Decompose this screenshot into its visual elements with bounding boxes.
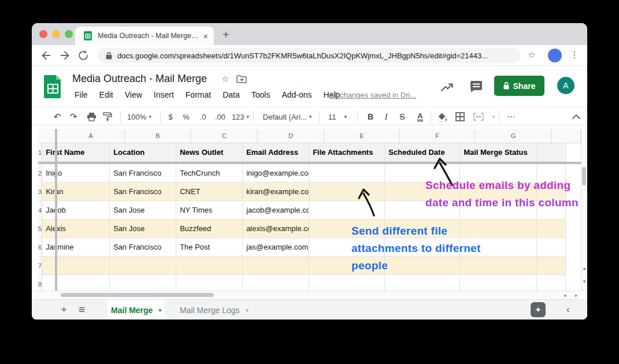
collapse-toolbar-icon[interactable]	[569, 107, 583, 126]
cell[interactable]: News Outlet	[176, 143, 243, 162]
cell[interactable]	[537, 238, 566, 257]
browser-tab[interactable]: Media Outreach - Mail Merge - G ×	[75, 27, 214, 45]
cell[interactable]	[110, 257, 176, 275]
menu-insert[interactable]: Insert	[154, 90, 174, 99]
star-document-icon[interactable]: ☆	[221, 74, 229, 84]
row-number[interactable]: 3	[38, 183, 42, 201]
cell[interactable]: San Francisco	[110, 238, 176, 257]
format-currency-button[interactable]: $	[164, 107, 177, 126]
redo-icon[interactable]: ↷	[66, 107, 80, 126]
url-bar[interactable]: docs.google.com/spreadsheets/d/1WunST7b2…	[98, 48, 521, 63]
cell[interactable]	[243, 257, 309, 275]
cell[interactable]	[110, 275, 176, 291]
font-size-select[interactable]: 11▾	[323, 107, 353, 126]
add-sheet-icon[interactable]: +	[61, 303, 67, 316]
cell[interactable]: San Francisco	[110, 164, 176, 183]
share-button[interactable]: Share	[494, 76, 544, 96]
cell[interactable]	[385, 275, 460, 291]
explore-button[interactable]: ✦	[531, 302, 546, 317]
strikethrough-button[interactable]: S	[395, 107, 409, 126]
tab-close-icon[interactable]: ×	[203, 31, 208, 41]
cell[interactable]: The Post	[176, 238, 243, 257]
comment-icon[interactable]	[469, 80, 483, 94]
cell[interactable]: First Name	[42, 143, 110, 162]
document-title[interactable]: Media Outreach - Mail Merge	[72, 73, 207, 85]
cell[interactable]: CNET	[176, 183, 243, 201]
cell[interactable]: Email Address	[243, 143, 309, 162]
cell[interactable]	[176, 275, 243, 291]
sheet-tab-mail-merge-logs[interactable]: Mail Merge Logs ▾	[180, 300, 249, 320]
back-button[interactable]	[40, 49, 53, 62]
cell[interactable]	[537, 275, 566, 291]
row-number[interactable]: 8	[38, 275, 42, 291]
cell[interactable]: Buzzfeed	[176, 220, 243, 238]
row-number[interactable]: 2	[38, 164, 42, 183]
cell[interactable]: jas@example.com	[243, 238, 309, 257]
menu-addons[interactable]: Add-ons	[281, 90, 312, 99]
move-to-folder-icon[interactable]	[236, 75, 247, 83]
frozen-row-divider[interactable]	[38, 162, 581, 164]
sheet-tab-mail-merge[interactable]: Mail Merge ▾	[108, 300, 165, 320]
increase-decimal-button[interactable]: .00	[212, 107, 228, 126]
account-avatar[interactable]: A	[557, 77, 574, 94]
all-sheets-icon[interactable]: ≡	[79, 303, 85, 316]
cell[interactable]: File Attachments	[309, 143, 385, 162]
format-percent-button[interactable]: %	[179, 107, 193, 126]
scroll-up-icon[interactable]: ▲	[581, 266, 587, 271]
cell[interactable]: Jacob	[42, 201, 110, 220]
merge-cells-caret-icon[interactable]: ▾	[490, 107, 498, 126]
menu-format[interactable]: Format	[186, 90, 211, 99]
cell[interactable]: Kiran	[42, 183, 110, 201]
column-header-e[interactable]: E	[324, 129, 400, 143]
column-header-d[interactable]: D	[258, 129, 324, 143]
zoom-select[interactable]: 100%▾	[124, 107, 154, 126]
cell[interactable]	[42, 275, 110, 291]
cell[interactable]	[42, 257, 110, 275]
column-header-g[interactable]: G	[475, 129, 552, 143]
cell[interactable]	[309, 164, 385, 183]
cell[interactable]	[537, 143, 566, 162]
more-formats-button[interactable]: 123▾	[230, 107, 251, 126]
forward-button[interactable]	[58, 49, 71, 62]
merge-cells-icon[interactable]	[471, 107, 486, 126]
cell[interactable]: Jasmine	[42, 238, 110, 257]
cell[interactable]: kiran@example.com	[243, 183, 309, 201]
cell[interactable]: TechCrunch	[176, 164, 243, 183]
cell[interactable]: Mail Merge Status	[460, 143, 537, 162]
cell[interactable]: San Jose	[110, 201, 176, 220]
frozen-column-divider[interactable]	[55, 129, 57, 291]
row-number[interactable]: 7	[38, 257, 42, 275]
scroll-right-icon[interactable]: ▸	[575, 292, 578, 298]
column-header-b[interactable]: B	[125, 129, 191, 143]
cell[interactable]: Inigo	[42, 164, 110, 183]
row-number[interactable]: 1	[38, 143, 42, 162]
cell[interactable]: inigo@example.com	[243, 164, 309, 183]
cell[interactable]: Alexis	[42, 220, 110, 238]
menu-edit[interactable]: Edit	[99, 90, 113, 99]
cell[interactable]	[309, 275, 385, 291]
row-number[interactable]: 4	[38, 201, 42, 220]
cell[interactable]: San Francisco	[110, 183, 176, 201]
scroll-down-icon[interactable]: ▼	[581, 279, 587, 284]
column-header-h[interactable]	[552, 129, 581, 143]
cell[interactable]: Location	[110, 143, 176, 162]
cell[interactable]	[176, 257, 243, 275]
menu-view[interactable]: View	[125, 90, 142, 99]
vertical-scrollbar[interactable]	[581, 129, 587, 299]
undo-icon[interactable]: ↶	[50, 107, 64, 126]
menu-data[interactable]: Data	[223, 90, 240, 99]
cell[interactable]: jacob@example.com	[243, 201, 309, 220]
cell[interactable]: alexis@example.com	[243, 220, 309, 238]
browser-profile-avatar[interactable]	[548, 49, 562, 62]
menu-file[interactable]: File	[75, 90, 88, 99]
row-number[interactable]: 6	[38, 238, 42, 257]
column-header-a[interactable]: A	[57, 129, 125, 143]
column-header-f[interactable]: F	[400, 129, 475, 143]
refresh-button[interactable]	[77, 49, 90, 62]
font-family-select[interactable]: Default (Ari...▾	[257, 107, 317, 126]
new-tab-button[interactable]: +	[223, 29, 229, 40]
fill-color-icon[interactable]	[435, 107, 449, 126]
insights-icon[interactable]	[440, 81, 455, 94]
column-header-c[interactable]: C	[191, 129, 258, 143]
sheets-logo-icon[interactable]	[44, 75, 62, 98]
